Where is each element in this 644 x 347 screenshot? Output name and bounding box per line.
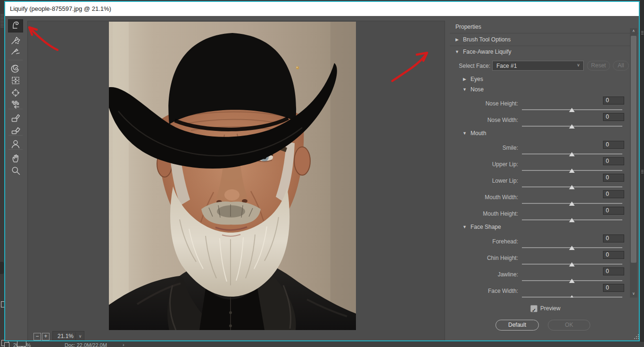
jawline-value[interactable]: 0 [603, 267, 624, 275]
toolbar-separator [8, 135, 23, 136]
lower-lip-slider-thumb[interactable] [569, 185, 575, 189]
thaw-mask-icon [10, 125, 21, 137]
section-mouth[interactable]: ▼ Mouth [450, 129, 630, 137]
select-face-value: Face #1 [496, 63, 517, 69]
minus-icon: − [35, 333, 39, 339]
resize-grip[interactable] [634, 334, 639, 340]
forward-warp-icon [10, 20, 21, 32]
jawline-slider-thumb[interactable] [569, 279, 575, 283]
zoom-level-dropdown[interactable]: 21.1% ∨ [52, 331, 84, 340]
face-width-slider-thumb[interactable] [569, 295, 575, 298]
status-flyout-arrow: › [123, 342, 124, 347]
group-brush-tool-options[interactable]: ▶ Brush Tool Options [450, 34, 630, 46]
chevron-down-icon: ∨ [75, 332, 84, 340]
portrait-preview-image[interactable] [109, 22, 356, 330]
mouth-height-value[interactable]: 0 [603, 207, 624, 215]
smooth-tool-button[interactable] [8, 46, 23, 58]
chin-height-value[interactable]: 0 [603, 251, 624, 259]
reset-label: Reset [591, 62, 606, 69]
background-left-scrollbar-fragment [0, 14, 4, 27]
chin-height-label: Chin Height: [450, 255, 518, 261]
background-right-panel-mark [641, 31, 644, 32]
bloat-icon [10, 88, 21, 100]
forward-warp-tool-button[interactable] [8, 20, 23, 32]
nose-height-value[interactable]: 0 [603, 97, 624, 105]
upper-lip-slider-thumb[interactable] [569, 169, 575, 173]
section-label: Eyes [471, 76, 483, 82]
section-label: Nose [471, 86, 484, 93]
expanded-triangle-icon: ▼ [462, 87, 467, 92]
dialog-title: Liquify (people-875597.jpg @ 21.1%) [10, 5, 111, 12]
expanded-triangle-icon: ▼ [455, 49, 459, 54]
magnifier-icon [10, 165, 21, 178]
push-left-icon [10, 99, 21, 112]
liquify-toolbar [8, 19, 23, 198]
forehead-label: Forehead: [450, 238, 518, 245]
checkmark-icon: ✓ [532, 307, 536, 313]
mouth-width-label: Mouth Width: [450, 194, 518, 201]
select-face-dropdown[interactable]: Face #1 ∨ [492, 61, 584, 71]
reconstruct-tool-button[interactable] [8, 35, 23, 47]
background-right-panel-strip [640, 0, 644, 347]
scrollbar-thumb[interactable] [631, 36, 636, 263]
status-doc-size: Doc: 22.0M/22.0M [65, 342, 107, 347]
nose-height-label: Nose Height: [450, 100, 518, 107]
upper-lip-value[interactable]: 0 [603, 157, 624, 165]
section-nose[interactable]: ▼ Nose [450, 86, 630, 93]
toolbar-separator [8, 60, 23, 60]
toolbar-separator [8, 109, 23, 109]
forehead-value[interactable]: 0 [603, 234, 624, 242]
freeze-mask-tool-button[interactable] [8, 113, 23, 125]
ok-button[interactable]: OK [548, 320, 590, 331]
smile-slider-thumb[interactable] [569, 152, 575, 156]
smile-label: Smile: [450, 145, 518, 151]
group-face-aware-liquify[interactable]: ▼ Face-Aware Liquify [450, 46, 630, 58]
properties-scrollbar[interactable]: ∧ ∨ [630, 28, 637, 298]
hand-icon [10, 153, 21, 165]
mouth-height-label: Mouth Height: [450, 210, 518, 217]
face-width-value[interactable]: 0 [603, 284, 624, 292]
mouth-height-slider-thumb[interactable] [569, 218, 575, 222]
smile-value[interactable]: 0 [603, 141, 624, 149]
mouth-width-slider-thumb[interactable] [569, 202, 575, 206]
thaw-mask-tool-button[interactable] [8, 125, 23, 137]
plus-icon: + [44, 333, 47, 339]
background-document-icon-2 [4, 342, 9, 347]
zoom-level-value: 21.1% [58, 333, 74, 339]
dialog-title-bar: Liquify (people-875597.jpg @ 21.1%) [5, 2, 639, 16]
reset-face-button[interactable]: Reset [587, 61, 610, 71]
forehead-slider-thumb[interactable] [569, 246, 575, 250]
default-label: Default [508, 322, 526, 328]
hand-tool-button[interactable] [8, 153, 23, 165]
upper-lip-label: Upper Lip: [450, 161, 518, 168]
zoom-in-button[interactable]: + [42, 333, 50, 340]
properties-title: Properties [455, 24, 481, 30]
group-label: Face-Aware Liquify [463, 48, 512, 55]
default-button[interactable]: Default [495, 320, 539, 331]
zoom-out-button[interactable]: − [33, 333, 41, 340]
collapsed-triangle-icon: ▶ [455, 37, 459, 42]
all-faces-button[interactable]: All [613, 61, 629, 71]
expanded-triangle-icon: ▼ [462, 131, 467, 136]
pucker-tool-button[interactable] [8, 75, 23, 88]
preview-checkbox[interactable]: ✓ [530, 305, 537, 312]
mouth-width-value[interactable]: 0 [603, 190, 624, 198]
scroll-down-icon[interactable]: ∨ [630, 291, 637, 297]
scroll-up-icon[interactable]: ∧ [630, 28, 637, 34]
chin-height-slider-thumb[interactable] [569, 262, 575, 266]
section-eyes[interactable]: ▶ Eyes [450, 75, 630, 83]
nose-height-slider-thumb[interactable] [569, 108, 575, 112]
liquify-dialog: Liquify (people-875597.jpg @ 21.1%) [4, 1, 640, 341]
chevron-down-icon: ∨ [577, 63, 580, 67]
nose-width-label: Nose Width: [450, 117, 518, 123]
section-face-shape[interactable]: ▼ Face Shape [450, 223, 630, 231]
zoom-tool-button[interactable] [8, 165, 23, 178]
dialog-content: − + 21.1% ∨ Properties [5, 16, 639, 340]
nose-width-value[interactable]: 0 [603, 113, 624, 121]
background-left-tab-fragment [0, 262, 4, 274]
bloat-tool-button[interactable] [8, 88, 23, 100]
nose-width-slider-thumb[interactable] [569, 124, 575, 129]
lower-lip-value[interactable]: 0 [603, 174, 624, 182]
push-left-tool-button[interactable] [8, 99, 23, 112]
twirl-clockwise-tool-button[interactable] [8, 64, 23, 76]
